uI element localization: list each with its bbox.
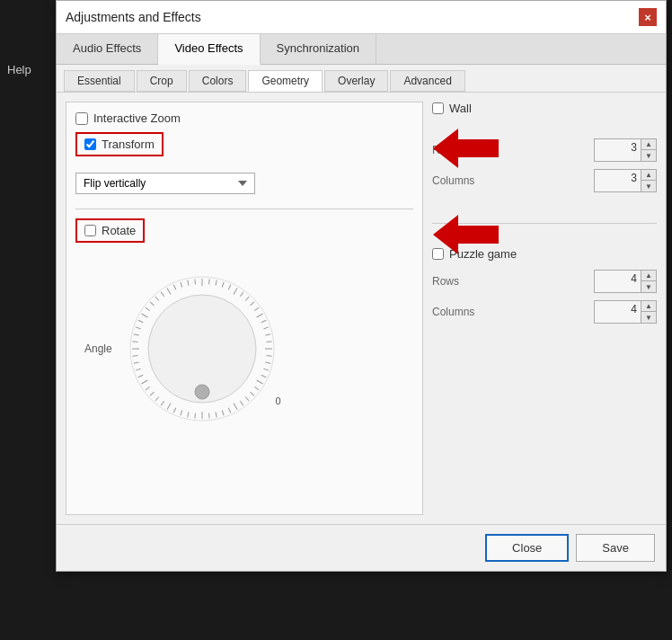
svg-line-8 — [245, 297, 249, 300]
arrow-body — [458, 139, 499, 157]
flip-dropdown-row: Flip vertically Flip horizontally None — [75, 173, 413, 194]
svg-line-60 — [195, 279, 196, 284]
svg-line-47 — [132, 342, 137, 342]
transform-checkbox[interactable] — [84, 138, 96, 150]
svg-line-50 — [137, 320, 142, 322]
dial-container: Angle — [75, 268, 413, 430]
puzzle-columns-up-button[interactable]: ▲ — [641, 301, 656, 312]
svg-line-37 — [161, 401, 164, 405]
puzzle-rows-up-button[interactable]: ▲ — [641, 271, 656, 281]
svg-line-44 — [133, 362, 138, 363]
svg-line-12 — [261, 320, 265, 322]
svg-line-28 — [222, 410, 224, 415]
sub-tab-colors[interactable]: Colors — [189, 70, 247, 92]
top-tabs: Audio Effects Video Effects Synchronizat… — [57, 34, 666, 65]
sub-tab-essential[interactable]: Essential — [64, 70, 135, 92]
svg-line-36 — [167, 404, 171, 410]
puzzle-rows-spinner-buttons: ▲ ▼ — [641, 271, 656, 292]
svg-line-35 — [173, 408, 175, 413]
svg-line-26 — [234, 404, 237, 410]
wall-columns-down-button[interactable]: ▼ — [641, 181, 656, 191]
dial-wrapper[interactable]: 0 — [121, 268, 283, 430]
svg-line-38 — [155, 397, 159, 401]
svg-line-7 — [240, 292, 243, 297]
svg-line-27 — [228, 408, 230, 413]
puzzle-columns-label: Columns — [432, 306, 474, 318]
svg-line-54 — [155, 297, 159, 300]
svg-line-34 — [181, 410, 182, 415]
tab-video-effects[interactable]: Video Effects — [158, 34, 260, 65]
window-close-button[interactable]: × — [639, 8, 657, 26]
help-sidebar: Help — [0, 0, 56, 640]
svg-line-48 — [133, 334, 138, 335]
wall-row: Wall — [432, 102, 657, 115]
svg-line-19 — [263, 369, 269, 370]
puzzle-columns-down-button[interactable]: ▼ — [641, 312, 656, 323]
sub-tab-overlay[interactable]: Overlay — [324, 70, 388, 92]
svg-line-41 — [141, 380, 147, 384]
rotate-arrow — [433, 215, 499, 254]
svg-line-29 — [216, 412, 217, 417]
svg-line-14 — [265, 334, 270, 335]
svg-line-2 — [208, 279, 209, 284]
wall-rows-up-button[interactable]: ▲ — [641, 139, 656, 150]
tab-audio-effects[interactable]: Audio Effects — [57, 34, 158, 64]
sub-tab-crop[interactable]: Crop — [137, 70, 187, 92]
wall-columns-spinner-buttons: ▲ ▼ — [641, 170, 656, 191]
close-button[interactable]: Close — [485, 534, 569, 562]
svg-line-20 — [261, 375, 265, 377]
transform-red-box: Transform — [75, 132, 164, 156]
wall-columns-label: Columns — [432, 174, 474, 187]
puzzle-rows-value: 4 — [595, 271, 641, 292]
section-divider-1 — [75, 209, 413, 209]
interactive-zoom-checkbox[interactable] — [75, 112, 88, 125]
svg-line-57 — [173, 285, 175, 289]
svg-line-4 — [222, 282, 224, 288]
svg-line-56 — [167, 288, 171, 294]
svg-line-24 — [245, 397, 249, 401]
svg-line-30 — [208, 413, 209, 419]
rotate-arrow-head — [433, 215, 458, 254]
svg-line-53 — [150, 302, 154, 306]
wall-checkbox[interactable] — [432, 102, 444, 114]
svg-line-40 — [146, 387, 150, 390]
rotate-arrow-body — [458, 226, 499, 244]
wall-columns-up-button[interactable]: ▲ — [641, 170, 656, 181]
wall-rows-down-button[interactable]: ▼ — [641, 150, 656, 161]
svg-line-18 — [265, 362, 270, 363]
svg-line-25 — [240, 401, 243, 405]
svg-line-13 — [263, 327, 269, 329]
sub-tab-geometry[interactable]: Geometry — [248, 70, 323, 92]
wall-columns-row: Columns 3 ▲ ▼ — [432, 169, 657, 192]
puzzle-rows-label: Rows — [432, 275, 459, 288]
svg-line-3 — [216, 280, 217, 286]
puzzle-columns-row: Columns 4 ▲ ▼ — [432, 300, 657, 324]
svg-line-49 — [136, 327, 141, 329]
puzzle-rows-spinner: 4 ▲ ▼ — [594, 270, 657, 293]
dialog-title: Adjustments and Effects — [66, 10, 201, 24]
save-button[interactable]: Save — [576, 534, 655, 562]
svg-point-62 — [195, 385, 209, 399]
svg-line-51 — [141, 314, 147, 317]
left-panel: Interactive Zoom Transform — [66, 102, 423, 515]
svg-line-15 — [266, 342, 271, 342]
flip-dropdown[interactable]: Flip vertically Flip horizontally None — [75, 173, 255, 194]
svg-line-59 — [187, 280, 188, 286]
transform-label: Transform — [102, 138, 155, 151]
transform-row-container: Transform — [75, 132, 413, 164]
dialog-wrapper: Adjustments and Effects × Audio Effects … — [56, 0, 672, 572]
sub-tab-advanced[interactable]: Advanced — [390, 70, 464, 92]
tab-synchronization[interactable]: Synchronization — [261, 34, 377, 64]
puzzle-columns-spinner-buttons: ▲ ▼ — [641, 301, 656, 323]
wall-rows-value: 3 — [595, 139, 641, 161]
puzzle-rows-down-button[interactable]: ▼ — [641, 281, 656, 292]
svg-line-55 — [161, 292, 164, 297]
content-area: Interactive Zoom Transform — [57, 93, 666, 524]
interactive-zoom-row: Interactive Zoom — [75, 111, 413, 125]
wall-rows-spinner-buttons: ▲ ▼ — [641, 139, 656, 161]
svg-line-42 — [137, 375, 142, 377]
svg-line-9 — [250, 302, 253, 306]
dialog-footer: Close Save — [57, 524, 666, 571]
svg-line-43 — [136, 369, 141, 370]
rotate-checkbox[interactable] — [84, 225, 96, 236]
